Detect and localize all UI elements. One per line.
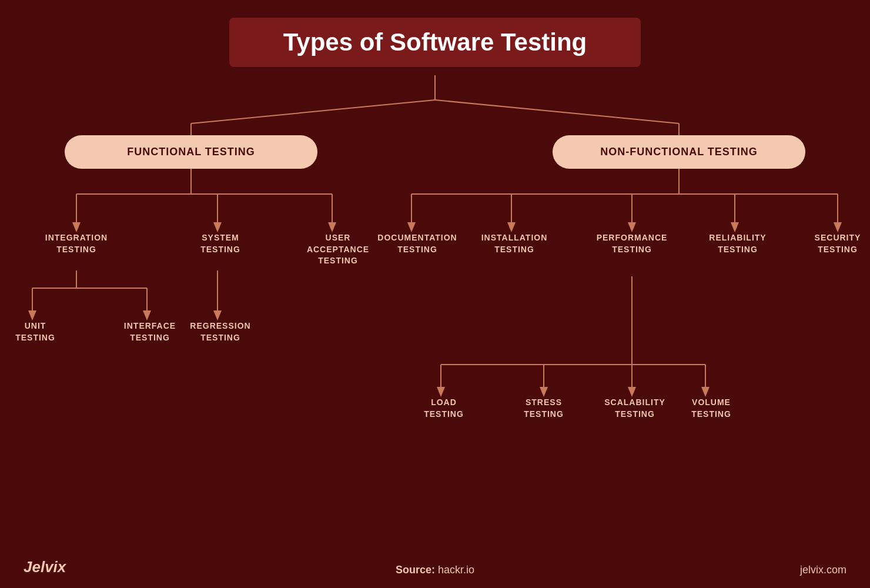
svg-line-2	[435, 100, 679, 123]
title-box: Types of Software Testing	[229, 18, 641, 67]
svg-marker-17	[28, 310, 36, 320]
node-scalability-testing: SCALABILITY TESTING	[594, 397, 676, 420]
svg-marker-18	[143, 310, 151, 320]
node-regression-testing: REGRESSION TESTING	[185, 320, 256, 343]
node-performance-testing: PERFORMANCE TESTING	[591, 232, 673, 255]
svg-marker-40	[540, 387, 548, 397]
node-documentation-testing: DOCUMENTATION TESTING	[376, 232, 459, 255]
node-installation-testing: INSTALLATION TESTING	[473, 232, 556, 255]
svg-marker-28	[407, 222, 416, 232]
svg-marker-10	[72, 222, 81, 232]
page-title: Types of Software Testing	[283, 28, 587, 56]
node-user-acceptance: USER ACCEPTANCE TESTING	[300, 232, 376, 267]
svg-marker-42	[701, 387, 710, 397]
svg-marker-12	[328, 222, 336, 232]
footer-website: jelvix.com	[800, 564, 846, 576]
node-nonfunctional: NON-FUNCTIONAL TESTING	[553, 135, 805, 169]
node-reliability-testing: RELIABILITY TESTING	[697, 232, 779, 255]
svg-marker-32	[834, 222, 842, 232]
node-stress-testing: STRESS TESTING	[508, 397, 579, 420]
node-load-testing: LOAD TESTING	[409, 397, 479, 420]
svg-marker-41	[628, 387, 636, 397]
svg-marker-20	[213, 310, 222, 320]
footer-brand: Jelvix	[24, 558, 66, 576]
node-security-testing: SECURITY TESTING	[802, 232, 870, 255]
node-volume-testing: VOLUME TESTING	[676, 397, 747, 420]
diagram-lines	[0, 0, 870, 588]
node-unit-testing: UNIT TESTING	[6, 320, 65, 343]
node-system-testing: SYSTEM TESTING	[188, 232, 253, 255]
diagram: Types of Software Testing FUNCTIONAL TES…	[0, 0, 870, 588]
node-interface-testing: INTERFACE TESTING	[115, 320, 185, 343]
svg-marker-31	[731, 222, 739, 232]
svg-marker-30	[628, 222, 636, 232]
node-functional: FUNCTIONAL TESTING	[65, 135, 317, 169]
footer-source: Source: hackr.io	[396, 564, 474, 576]
svg-line-1	[191, 100, 435, 123]
svg-marker-29	[507, 222, 516, 232]
svg-marker-11	[213, 222, 222, 232]
node-integration-testing: INTEGRATION TESTING	[44, 232, 109, 255]
svg-marker-39	[437, 387, 445, 397]
